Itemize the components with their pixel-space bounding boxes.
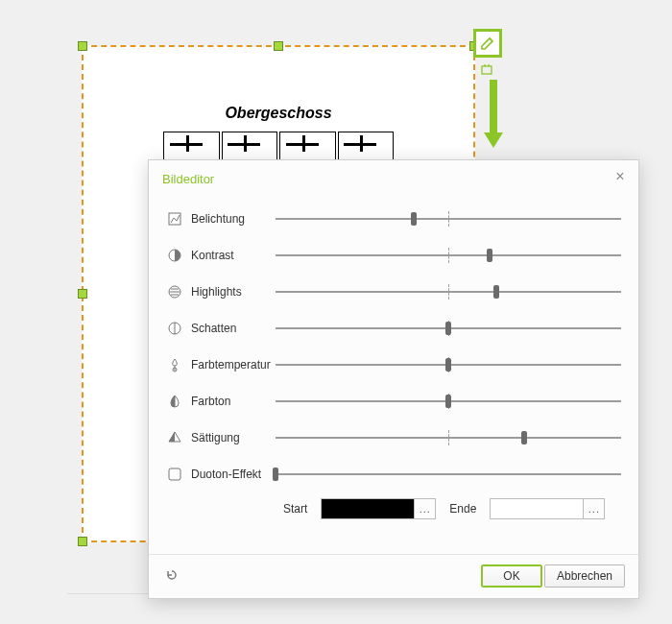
slider-kontrast[interactable] [276,246,621,265]
slider-farbton[interactable] [276,392,621,411]
slider-icon [166,247,183,264]
slider-icon [166,393,183,410]
cancel-button[interactable]: Abbrechen [544,564,625,588]
slider-label: Kontrast [183,249,276,262]
slider-icon [166,356,183,373]
slider-icon [166,320,183,337]
image-caption: Obergeschoss [132,105,425,122]
duoton-start-label: Start [283,502,307,516]
duoton-end-label: Ende [449,502,476,516]
slider-label: Duoton-Effekt [183,468,276,481]
annotation-arrow [484,80,503,148]
ok-button[interactable]: OK [481,564,542,588]
slider-label: Schatten [183,322,276,335]
slider-row-schatten: Schatten [166,310,621,347]
image-editor-dialog: Bildeditor × BelichtungKontrastHighlight… [148,159,639,599]
pencil-icon [480,36,495,51]
slider-row-duoton-effekt: Duoton-Effekt [166,456,621,492]
slider-row-highlights: Highlights [166,274,621,310]
slider-belichtung[interactable] [276,209,621,228]
slider-row-belichtung: Belichtung [166,201,621,237]
svg-rect-0 [482,66,492,74]
slider-icon [166,210,183,228]
undo-icon [164,567,180,583]
svg-rect-7 [169,468,180,480]
slider-schatten[interactable] [276,319,621,338]
slider-label: Sättigung [183,431,276,444]
color-swatch-end [491,499,583,518]
duoton-end-swatch[interactable]: ... [490,498,605,519]
slider-icon [166,283,183,300]
color-picker-button[interactable]: ... [583,499,604,518]
slider-highlights[interactable] [276,282,621,301]
dialog-title: Bildeditor [162,172,214,186]
slider-icon [166,466,183,483]
reset-button[interactable] [164,567,181,585]
slider-row-sättigung: Sättigung [166,420,621,456]
slider-row-farbtemperatur: Farbtemperatur [166,347,621,383]
slider-row-kontrast: Kontrast [166,237,621,274]
slider-farbtemperatur[interactable] [276,355,621,374]
slider-row-farbton: Farbton [166,383,621,420]
duoton-colors-row: Start...Ende... [166,498,621,519]
dialog-footer: OK Abbrechen [149,554,638,598]
slider-label: Farbton [183,395,276,408]
color-picker-button[interactable]: ... [414,499,435,518]
svg-rect-6 [169,468,180,480]
edit-image-button[interactable] [473,29,502,58]
slider-label: Belichtung [183,212,276,226]
slider-label: Highlights [183,285,276,299]
slider-duoton-effekt[interactable] [276,465,621,484]
reset-image-icon[interactable] [480,62,494,77]
slider-icon [166,429,183,446]
duoton-start-swatch[interactable]: ... [321,498,436,519]
slider-label: Farbtemperatur [183,358,276,372]
color-swatch-start [322,499,414,518]
slider-sättigung[interactable] [276,428,621,447]
close-button[interactable]: × [612,168,629,185]
